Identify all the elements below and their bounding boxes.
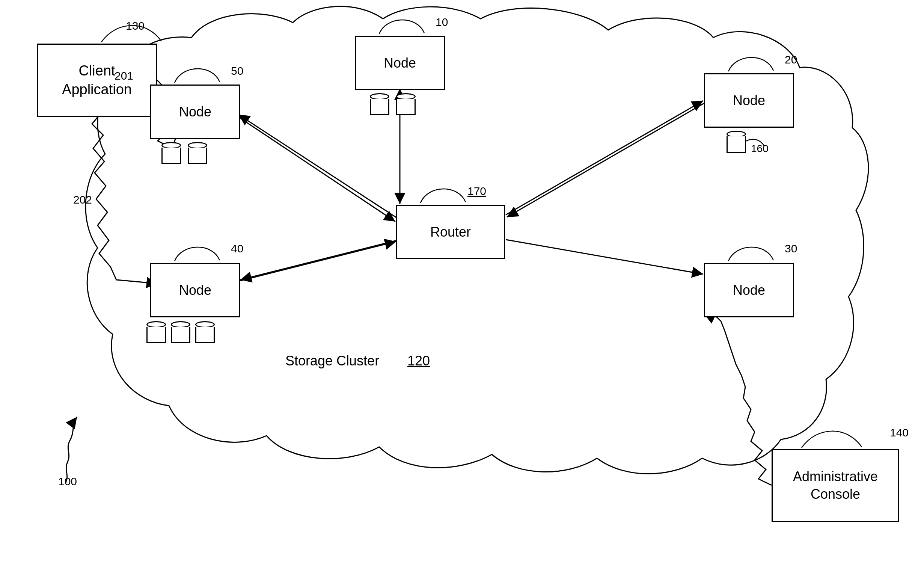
node10-box: Node bbox=[355, 36, 445, 90]
node50-label: Node bbox=[179, 104, 211, 120]
svg-line-6 bbox=[240, 240, 397, 280]
node50-storage1 bbox=[161, 142, 181, 164]
svg-line-1 bbox=[232, 113, 395, 222]
ref-40: 40 bbox=[231, 242, 243, 255]
ref-160: 160 bbox=[751, 143, 769, 155]
router-box: Router bbox=[396, 205, 505, 259]
diagram-container: ClientApplication 130 AdministrativeCons… bbox=[0, 0, 924, 563]
client-application-box: ClientApplication bbox=[37, 44, 157, 117]
ref-10: 10 bbox=[436, 16, 448, 29]
node40-box: Node bbox=[150, 263, 240, 317]
node20-label: Node bbox=[733, 93, 765, 109]
router-label: Router bbox=[430, 224, 471, 240]
node50-box: Node bbox=[150, 85, 240, 139]
node10-storage2 bbox=[396, 93, 416, 115]
node40-label: Node bbox=[179, 282, 211, 298]
node50-storage2 bbox=[188, 142, 207, 164]
node40-storage3 bbox=[195, 321, 215, 343]
label-201: 201 bbox=[115, 69, 133, 82]
ref-130: 130 bbox=[126, 20, 145, 32]
label-100: 100 bbox=[58, 475, 77, 488]
ref-20: 20 bbox=[785, 53, 797, 66]
node20-box: Node bbox=[704, 73, 794, 128]
node10-label: Node bbox=[384, 55, 416, 71]
node10-storage1 bbox=[370, 93, 389, 115]
ref-140: 140 bbox=[890, 426, 909, 439]
node40-storage2 bbox=[171, 321, 190, 343]
node30-label: Node bbox=[733, 282, 765, 298]
storage-cluster-label: Storage Cluster bbox=[285, 353, 379, 369]
ref-170: 170 bbox=[467, 185, 486, 198]
storage-cluster-ref: 120 bbox=[407, 353, 430, 369]
svg-line-7 bbox=[240, 242, 396, 281]
node40-storage1 bbox=[146, 321, 166, 343]
node30-box: Node bbox=[704, 263, 794, 317]
ref-30: 30 bbox=[785, 242, 797, 255]
admin-console-label: AdministrativeConsole bbox=[793, 468, 878, 503]
svg-line-2 bbox=[238, 115, 397, 218]
svg-line-5 bbox=[506, 240, 703, 274]
svg-line-3 bbox=[506, 101, 703, 215]
svg-line-4 bbox=[507, 103, 704, 217]
ref-50: 50 bbox=[231, 65, 243, 77]
label-202: 202 bbox=[73, 193, 92, 206]
admin-console-box: AdministrativeConsole bbox=[772, 449, 899, 522]
node20-storage1 bbox=[727, 131, 746, 153]
